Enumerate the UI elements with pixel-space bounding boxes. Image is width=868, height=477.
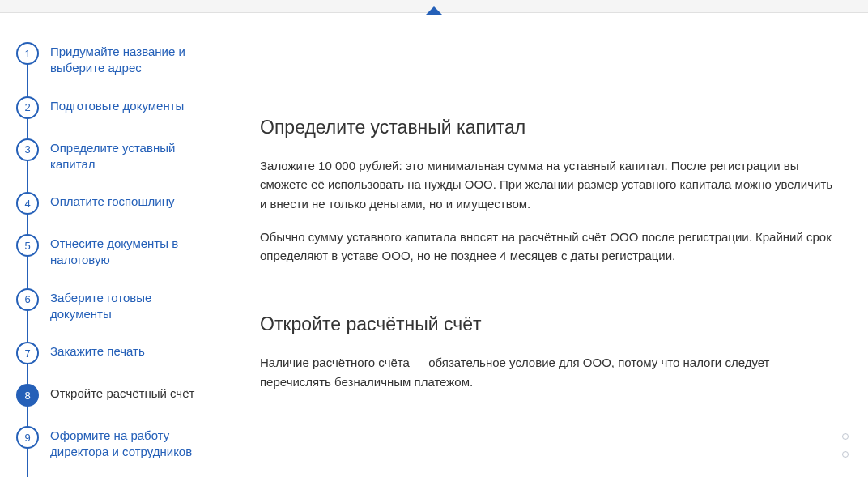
step-label: Откройте расчётный счёт [50,385,194,402]
content: Определите уставный капитал Заложите 10 … [219,19,868,477]
step-label: Подготовьте документы [50,98,184,114]
step-list: 1Придумайте название и выберите адрес2По… [16,44,209,477]
step-number-badge: 3 [16,138,39,161]
step-label: Отнесите документы в налоговую [50,236,209,269]
section-paragraph: Наличие расчётного счёта — обязательное … [260,353,836,391]
step-label: Оформите на работу директора и сотрудник… [50,428,209,461]
step-item-4[interactable]: 4Оплатите госпошлину [16,194,209,215]
step-number-badge: 9 [16,426,39,449]
step-number-badge: 4 [16,192,39,215]
step-item-1[interactable]: 1Придумайте название и выберите адрес [16,44,209,77]
section-paragraph: Заложите 10 000 рублей: это минимальная … [260,156,836,213]
dot-icon [842,433,849,440]
page-dots [842,433,849,458]
step-item-6[interactable]: 6Заберите готовые документы [16,290,209,323]
step-item-9[interactable]: 9Оформите на работу директора и сотрудни… [16,428,209,461]
section-title-account: Откройте расчётный счёт [260,313,836,335]
top-bar [0,0,868,13]
step-label: Определите уставный капитал [50,140,209,173]
section-title-capital: Определите уставный капитал [260,117,836,138]
step-number-badge: 7 [16,342,39,364]
step-label: Заберите готовые документы [50,290,209,323]
step-number-badge: 8 [16,384,39,407]
step-item-2[interactable]: 2Подготовьте документы [16,98,209,119]
step-number-badge: 1 [16,42,39,65]
section-paragraph: Обычно сумму уставного капитала вносят н… [260,228,836,266]
top-arrow-icon [426,6,442,15]
step-item-8[interactable]: 8Откройте расчётный счёт [16,385,209,407]
step-number-badge: 6 [16,288,39,311]
step-item-5[interactable]: 5Отнесите документы в налоговую [16,236,209,269]
step-item-7[interactable]: 7Закажите печать [16,343,209,364]
step-label: Оплатите госпошлину [50,194,174,210]
sidebar: 1Придумайте название и выберите адрес2По… [0,19,219,477]
step-item-3[interactable]: 3Определите уставный капитал [16,140,209,173]
main-container: 1Придумайте название и выберите адрес2По… [0,13,868,477]
step-number-badge: 5 [16,234,39,257]
dot-icon [842,451,849,458]
step-label: Придумайте название и выберите адрес [50,44,209,77]
step-label: Закажите печать [50,343,145,360]
step-number-badge: 2 [16,96,39,119]
